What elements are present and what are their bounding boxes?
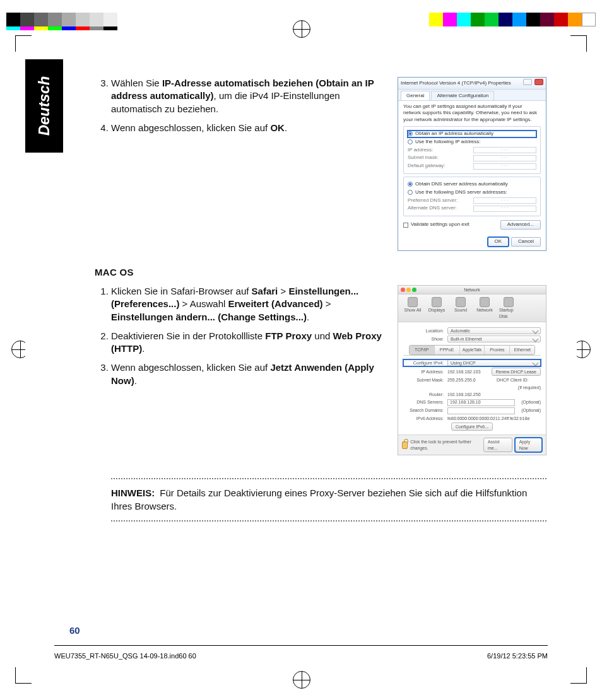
label: Network [476,307,493,313]
toolbar-displays[interactable]: Displays [427,297,446,319]
show-select[interactable]: Built-in Ethernet [447,335,541,342]
close-icon[interactable] [401,288,405,292]
opt-manual-dns[interactable]: Use the following DNS server addresses: [415,189,507,196]
display-icon [432,297,442,307]
text: > [278,286,288,296]
label-ip: IP address: [408,147,433,154]
label: Subnet Mask: [403,377,444,383]
value: Using DHCP [451,360,476,366]
label: Configure IPv4: [403,360,444,366]
note-box: HINWEIS: Für Details zur Deaktivierung e… [111,478,546,522]
tab-proxies[interactable]: Proxies [485,346,510,354]
sound-icon [456,297,466,307]
hint: (Optional) [521,407,541,413]
label: IPv6 Address: [403,416,444,421]
mac-step-1: Klicken Sie in Safari-Browser auf Safari… [111,285,387,324]
lock-icon[interactable] [402,441,408,449]
registration-target-icon [293,20,310,38]
ip-value: 192.168.182.103 [447,369,488,375]
lock-text: Click the lock to prevent further change… [410,439,483,451]
page-content: Wählen Sie IP-Adresse automatisch bezieh… [95,77,546,522]
steps-list-a: Wählen Sie IP-Adresse automatisch bezieh… [95,77,387,134]
tab-pppoe[interactable]: PPPoE [435,346,460,354]
toolbar-showall[interactable]: Show All [403,297,422,319]
ipv6-value: fe80:0000:0000:0000:0211:24ff:fe32:b18e [447,416,529,421]
disk-icon [504,297,514,307]
value: Built-in Ethernet [451,336,482,342]
help-icon[interactable] [523,79,532,85]
zoom-icon[interactable] [412,288,416,292]
toolbar-network[interactable]: Network [475,297,494,319]
mask-value: 255.255.255.0 [447,377,493,383]
cancel-button[interactable]: Cancel [511,237,541,247]
close-icon[interactable] [534,79,543,85]
traffic-lights [401,288,416,292]
opt-manual-ip[interactable]: Use the following IP address: [415,139,480,146]
tab-tcpip[interactable]: TCP/IP [410,346,435,354]
step-3: Wählen Sie IP-Adresse automatisch bezieh… [111,77,387,115]
label: Startup Disk [499,307,518,319]
dialog-title: Internet Protocol Version 4 (TCP/IPv4) P… [401,80,511,87]
text: Wenn abgeschlossen, klicken Sie auf [111,122,270,133]
assist-button[interactable]: Assist me... [483,438,512,452]
location-select[interactable]: Automatic [447,327,541,334]
text: Klicken Sie in Safari-Browser auf [111,286,252,296]
bold-text: OK [270,122,285,133]
opt-auto-dns[interactable]: Obtain DNS server address automatically [415,181,508,188]
text: Wenn abgeschlossen, klicken Sie auf [111,362,270,373]
dns-input[interactable]: 192.168.128.10 [447,399,515,406]
opt-auto-ip[interactable]: Obtain an IP address automatically [415,131,493,137]
tab-appletalk[interactable]: AppleTalk [460,346,485,354]
radio-icon[interactable] [408,182,413,187]
hint: (Optional) [521,399,541,405]
printer-registration-row [0,9,602,30]
value: 192.168.128.10 [450,399,481,405]
checkbox-icon[interactable] [403,223,408,228]
text: Wählen Sie [111,78,162,88]
label: Show: [403,336,444,342]
toolbar-sound[interactable]: Sound [451,297,470,319]
globe-icon [480,297,490,307]
text: . [134,375,137,386]
minimize-icon[interactable] [406,288,411,292]
apply-now-button[interactable]: Apply Now [515,438,542,452]
step-4: Wenn abgeschlossen, klicken Sie auf OK. [111,122,387,134]
toolbar-startup[interactable]: Startup Disk [499,297,518,319]
radio-icon[interactable] [408,139,413,144]
chk-validate-label[interactable]: Validate settings upon exit [411,221,469,228]
bold-text: Safari [252,286,278,296]
bold-text: Erweitert (Advanced) [228,298,323,309]
advanced-button[interactable]: Advanced... [500,220,541,230]
search-domains-input[interactable] [447,407,515,414]
language-sidetab: Deutsch [25,59,63,153]
text: Deaktivieren Sie in der Protokollliste [111,330,265,341]
page-area: Deutsch Wählen Sie IP-Adresse automatisc… [25,40,577,671]
tab-general[interactable]: General [401,91,430,100]
text: > [323,298,331,309]
tab-alternate[interactable]: Alternate Configuration [431,91,494,100]
label: Displays [428,307,445,313]
dns1-input: · · · [473,197,536,204]
footer-left: WEU7355_RT-N65U_QSG 14-09-18.ind60 60 [54,652,196,660]
window-buttons [522,79,543,88]
label: Search Domains: [403,407,444,413]
colorbar-left [6,13,117,26]
windows-ipv4-dialog: Internet Protocol Version 4 (TCP/IPv4) P… [398,77,546,251]
language-label: Deutsch [35,76,53,136]
radio-icon[interactable] [408,190,413,195]
ip-input: · · · [473,147,536,153]
ok-button[interactable]: OK [488,237,509,247]
macos-network-dialog: Network Show All Displays Sound Network … [398,285,546,455]
configure-ipv6-button[interactable]: Configure IPv6... [451,423,493,431]
gw-input: · · · [473,163,536,170]
renew-lease-button[interactable]: Renew DHCP Lease [492,368,541,376]
label: Router: [403,392,444,397]
note-text: Für Details zur Deaktivierung eines Prox… [111,487,527,511]
radio-icon[interactable] [408,131,413,136]
label-gateway: Default gateway: [408,163,446,170]
configure-ipv4-select[interactable]: Using DHCP [447,359,541,366]
text: . [285,122,287,133]
tab-ethernet[interactable]: Ethernet [510,346,534,354]
colorbar-right [429,13,596,26]
label: DNS Servers: [403,399,444,405]
